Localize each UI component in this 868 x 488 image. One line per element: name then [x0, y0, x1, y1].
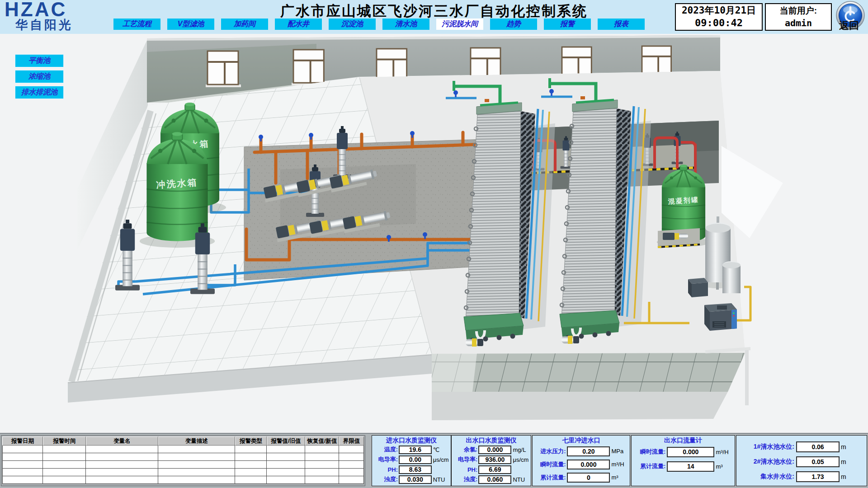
user-value: admin	[766, 17, 831, 29]
tab-sedimentation[interactable]: 沉淀池	[329, 19, 376, 30]
current-user-box: 当前用户: admin	[765, 3, 832, 31]
alarm-cell	[305, 476, 339, 484]
alarm-grid: 报警日期 报警时间 变量名 变量描述 报警类型 报警值/旧值 恢复值/新值 界限…	[2, 436, 364, 484]
value-readout: 14	[667, 461, 714, 472]
alarm-cell	[2, 453, 43, 461]
alarm-cell	[86, 446, 158, 453]
tab-v-filter[interactable]: V型滤池	[167, 19, 214, 30]
transfer-pump	[658, 228, 700, 248]
value-readout: 0.060	[478, 475, 511, 484]
unit-label: m	[841, 443, 854, 450]
back-button[interactable]: 返回	[839, 19, 859, 33]
value-readout: 0.000	[667, 447, 714, 457]
value-readout: 19.6	[399, 446, 432, 454]
alarm-cell	[235, 461, 267, 469]
value-readout: 8.63	[399, 465, 432, 474]
panel-title: 出水口水质监测仪	[452, 436, 531, 445]
alarm-col-vardesc: 变量描述	[158, 436, 235, 446]
alarm-col-limit: 界限值	[339, 436, 364, 446]
field-label: PH:	[372, 466, 398, 473]
alarm-col-time: 报警时间	[43, 436, 86, 446]
field-label: PH:	[452, 466, 477, 473]
tab-alarm[interactable]: 报警	[544, 19, 591, 30]
sidebar-button-thickener-tank[interactable]: 浓缩池	[15, 70, 64, 83]
datetime-box: 2023年10月21日 09:00:42	[675, 3, 763, 31]
alarm-cell	[86, 461, 158, 469]
alarm-col-date: 报警日期	[2, 436, 43, 446]
alarm-cell	[339, 476, 364, 484]
alarm-cell	[43, 461, 86, 469]
alarm-col-type: 报警类型	[235, 436, 267, 446]
page-title: 广水市应山城区飞沙河三水厂自动化控制系统	[280, 2, 588, 21]
panel-title: 七里冲进水口	[533, 436, 630, 445]
unit-label: m	[841, 458, 854, 465]
value-readout: 0.00	[399, 455, 432, 464]
header-bar: HZAC 华自阳光 广水市应山城区飞沙河三水厂自动化控制系统 工艺流程 V型滤池…	[0, 0, 868, 34]
alarm-cell	[43, 446, 86, 453]
tab-distribution-well[interactable]: 配水井	[275, 19, 322, 30]
nav-bar: 工艺流程 V型滤池 加药间 配水井 沉淀池 清水池 污泥脱水间 趋势 报警 报表	[113, 19, 645, 30]
plant-3d-view: 压榨水箱 冲洗水箱	[0, 34, 868, 433]
unit-label: m³	[611, 474, 630, 481]
alarm-cell	[2, 476, 43, 484]
unit-label: μs/cm	[433, 456, 451, 463]
field-label: 浊度:	[452, 475, 477, 483]
value-readout: 0.05	[796, 456, 840, 467]
panel-title: 进水口水质监测仪	[372, 436, 451, 445]
time-text: 09:00:42	[676, 17, 762, 29]
date-text: 2023年10月21日	[676, 4, 762, 17]
panel-title: 出水口流量计	[632, 436, 735, 445]
tab-clear-water[interactable]: 清水池	[382, 19, 429, 30]
inlet-quality-panel: 进水口水质监测仪 温度:19.6℃ 电导率:0.00μs/cm PH:8.63 …	[372, 435, 451, 486]
alarm-cell	[267, 469, 305, 476]
alarm-cell	[235, 476, 267, 484]
alarm-cell	[339, 446, 364, 453]
sidebar-button-balance-tank[interactable]: 平衡池	[15, 54, 64, 67]
outlet-flowmeter-panel: 出水口流量计 瞬时流量:0.000m³/H 累计流量:14m³	[631, 435, 735, 486]
alarm-cell	[43, 453, 86, 461]
sidebar-button-drain-sludge-tank[interactable]: 排水排泥池	[15, 86, 64, 99]
value-readout: 0.06	[796, 441, 840, 452]
alarm-cell	[339, 461, 364, 469]
alarm-cell	[86, 453, 158, 461]
field-label: 1#清水池水位:	[736, 443, 794, 451]
tab-report[interactable]: 报表	[598, 19, 645, 30]
alarm-cell	[267, 446, 305, 453]
bottom-status-strip: 报警日期 报警时间 变量名 变量描述 报警类型 报警值/旧值 恢复值/新值 界限…	[0, 433, 868, 488]
brand-logo-sub: 华自阳光	[15, 18, 73, 32]
field-label: 集水井水位:	[736, 473, 794, 481]
value-readout: 0	[567, 473, 610, 483]
alarm-col-varname: 变量名	[86, 436, 158, 446]
unit-label: m³/H	[611, 461, 630, 468]
alarm-cell	[267, 453, 305, 461]
field-label: 瞬时流量:	[632, 448, 665, 456]
alarm-col-alarmvalue: 报警值/旧值	[267, 436, 305, 446]
alarm-cell	[2, 469, 43, 476]
plant-3d-svg: 压榨水箱 冲洗水箱	[0, 34, 868, 433]
alarm-cell	[305, 453, 339, 461]
field-label: 浊度:	[372, 475, 398, 483]
tab-process-flow[interactable]: 工艺流程	[113, 19, 160, 30]
field-label: 累计流量:	[533, 474, 566, 482]
qilichong-intake-panel: 七里冲进水口 进水压力:0.20MPa 瞬时流量:0.000m³/H 累计流量:…	[532, 435, 630, 486]
value-readout: 0.000	[567, 460, 610, 469]
alarm-cell	[86, 476, 158, 484]
unit-label: ℃	[433, 446, 451, 453]
alarm-cell	[339, 453, 364, 461]
value-readout: 936.00	[478, 455, 511, 464]
unit-label: MPa	[611, 448, 630, 455]
field-label: 电导率:	[452, 455, 477, 464]
unit-label: NTU	[433, 476, 451, 483]
alarm-cell	[43, 469, 86, 476]
unit-label: NTU	[513, 476, 531, 483]
hmi-screen: HZAC 华自阳光 广水市应山城区飞沙河三水厂自动化控制系统 工艺流程 V型滤池…	[0, 0, 868, 488]
field-label: 2#清水池水位:	[736, 458, 794, 466]
field-label: 温度:	[372, 446, 398, 454]
tab-trend[interactable]: 趋势	[490, 19, 537, 30]
value-readout: 6.69	[478, 465, 511, 474]
tab-dosing-room[interactable]: 加药间	[221, 19, 268, 30]
field-label: 累计流量:	[632, 462, 665, 470]
tab-sludge-dewatering[interactable]: 污泥脱水间	[436, 19, 483, 30]
water-levels-panel: 1#清水池水位:0.06m 2#清水池水位:0.05m 集水井水位:1.73m	[736, 435, 867, 486]
value-readout: 1.73	[796, 471, 840, 482]
